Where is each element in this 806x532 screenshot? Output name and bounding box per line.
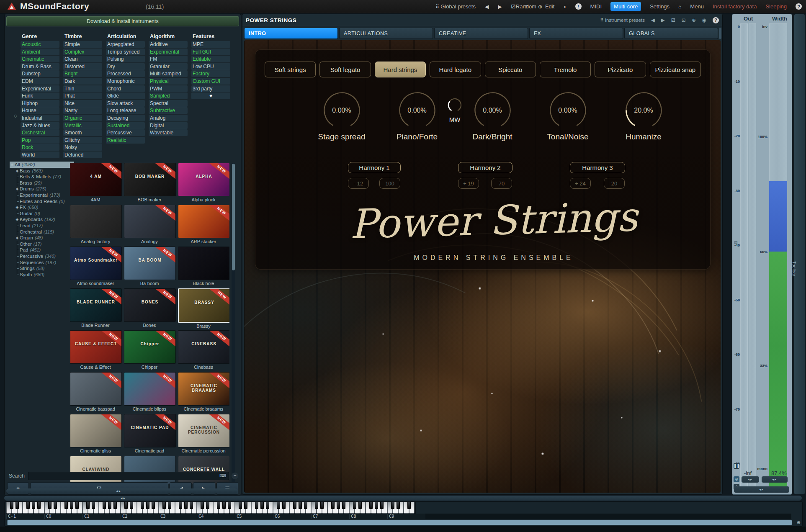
- filter-item[interactable]: Complex: [63, 49, 102, 55]
- tile-artwork[interactable]: CINEBASSNEW: [178, 330, 229, 364]
- tile-artwork[interactable]: BOB MAKERNEW: [124, 163, 176, 196]
- filter-item[interactable]: Chord: [106, 85, 145, 92]
- multicore-toggle[interactable]: Multi-core: [610, 2, 641, 11]
- keyboard-zoom-icon[interactable]: ⊕: [797, 520, 801, 525]
- midi-button[interactable]: MIDI: [590, 3, 602, 10]
- filter-item[interactable]: Orchestral: [21, 129, 59, 136]
- black-key[interactable]: [146, 502, 149, 509]
- menu-button[interactable]: Menu: [690, 3, 704, 10]
- filter-item[interactable]: Phat: [63, 93, 102, 99]
- black-key[interactable]: [201, 502, 204, 509]
- filter-item[interactable]: Additive: [149, 41, 188, 48]
- help-icon[interactable]: ?: [796, 3, 802, 10]
- tab-creative[interactable]: CREATIVE: [434, 28, 528, 39]
- black-key[interactable]: [397, 502, 400, 509]
- black-key[interactable]: [255, 502, 258, 509]
- instrument-tile[interactable]: Analog factory: [70, 205, 121, 245]
- articulation-button[interactable]: Pizzicato snap: [650, 62, 701, 77]
- filter-item[interactable]: FM: [149, 56, 188, 62]
- black-key[interactable]: [64, 502, 68, 509]
- filter-item[interactable]: House: [21, 107, 59, 114]
- tile-artwork[interactable]: NEW: [178, 205, 229, 238]
- black-key[interactable]: [162, 502, 166, 509]
- knob-dial[interactable]: 0.00%: [323, 92, 361, 129]
- black-key[interactable]: [331, 502, 335, 509]
- sleeping-status[interactable]: Sleeping: [765, 3, 787, 10]
- black-key[interactable]: [206, 502, 209, 509]
- instrument-tile[interactable]: 4 AMNEW4AM: [70, 163, 121, 203]
- filter-item[interactable]: Dark: [63, 78, 102, 85]
- black-key[interactable]: [358, 502, 362, 509]
- tree-item[interactable]: Sequences(197): [10, 260, 74, 266]
- filter-item[interactable]: PWM: [149, 85, 188, 92]
- filter-item[interactable]: Industrial: [21, 115, 59, 121]
- favorites-filter-item[interactable]: ♥: [191, 93, 230, 99]
- filter-item[interactable]: Pulsing: [106, 56, 145, 62]
- tree-item[interactable]: Synth(680): [10, 272, 74, 278]
- instrument-tile[interactable]: CINEMATIC PADNEWCinematic pad: [124, 414, 175, 454]
- tree-item[interactable]: Strings(58): [10, 265, 74, 272]
- mod-wheel-dial[interactable]: [442, 98, 467, 114]
- tiles-scrollbar-thumb[interactable]: [232, 164, 235, 270]
- filter-item[interactable]: Noisy: [63, 144, 102, 151]
- keyboard-resize-bar[interactable]: ◂▸: [4, 496, 802, 501]
- out-resize-button[interactable]: ◂▸: [742, 476, 759, 483]
- black-key[interactable]: [184, 502, 188, 509]
- tab-articulations[interactable]: ARTICULATIONS: [339, 28, 433, 39]
- harmony-amount[interactable]: 100: [379, 178, 400, 189]
- black-key[interactable]: [407, 502, 411, 509]
- mod-wheel-knob[interactable]: MW: [442, 98, 467, 123]
- download-install-button[interactable]: Download & Install instruments: [6, 16, 239, 26]
- black-key[interactable]: [124, 502, 128, 509]
- black-key[interactable]: [282, 502, 286, 509]
- knob-dial[interactable]: 0.00%: [399, 92, 436, 129]
- tree-item[interactable]: ◈Organ(48): [10, 235, 74, 241]
- black-key[interactable]: [70, 502, 73, 509]
- filter-item[interactable]: Smooth: [63, 129, 102, 136]
- instrument-tile[interactable]: BONESNEWBones: [124, 288, 175, 329]
- tile-artwork[interactable]: [178, 247, 229, 280]
- knob-stage-spread[interactable]: 0.00%Stage spread: [317, 92, 367, 141]
- tile-artwork[interactable]: BONESNEW: [124, 288, 176, 322]
- tile-artwork[interactable]: NEW: [124, 372, 176, 406]
- tile-artwork[interactable]: NEW: [70, 414, 122, 447]
- tile-artwork[interactable]: Atmo SoundmakerNEW: [70, 247, 122, 280]
- black-key[interactable]: [103, 502, 106, 509]
- black-key[interactable]: [113, 502, 117, 509]
- articulation-button[interactable]: Soft legato: [319, 62, 371, 77]
- filter-item[interactable]: Custom GUI: [191, 78, 230, 85]
- filter-item[interactable]: Dry: [106, 63, 145, 70]
- black-key[interactable]: [37, 502, 41, 509]
- articulation-button[interactable]: Hard legato: [430, 62, 481, 77]
- tile-artwork[interactable]: CINEMATIC PERCUSSIONNEW: [178, 414, 229, 447]
- inst-help-icon[interactable]: ?: [713, 17, 719, 23]
- filter-item[interactable]: Editable: [191, 56, 230, 62]
- knob-tonal-noise[interactable]: 0.00%Tonal/Noise: [543, 92, 593, 141]
- filter-item[interactable]: Glide: [106, 93, 145, 99]
- black-key[interactable]: [130, 502, 133, 509]
- filter-item[interactable]: Long release: [106, 107, 145, 114]
- power-icon[interactable]: ⊙: [734, 476, 739, 482]
- tree-item[interactable]: Orchestral(115): [10, 229, 74, 235]
- inst-add-icon[interactable]: ⊕: [692, 17, 696, 23]
- inst-save-icon[interactable]: ⊡: [682, 17, 686, 23]
- inst-random-icon[interactable]: ⚂: [671, 17, 675, 23]
- tile-artwork[interactable]: NEW: [70, 372, 122, 406]
- tree-expand-icon[interactable]: ◈: [15, 168, 20, 174]
- tree-item[interactable]: Experimental(173): [10, 192, 74, 198]
- filter-item[interactable]: Tempo synced: [106, 49, 145, 55]
- filter-scroll-handle[interactable]: ◇: [14, 113, 17, 118]
- filter-item[interactable]: Jazz & blues: [21, 122, 59, 129]
- black-key[interactable]: [304, 502, 307, 509]
- random-button[interactable]: Random: [516, 3, 536, 10]
- meter-rail-icon[interactable]: ▤: [734, 240, 738, 244]
- tree-item[interactable]: Guitar(0): [10, 211, 74, 217]
- harmony-amount[interactable]: 70: [491, 178, 512, 189]
- filter-item[interactable]: Nasty: [63, 107, 102, 114]
- inst-prev-icon[interactable]: ◀: [651, 17, 655, 23]
- tree-item[interactable]: ◈Keyboards(192): [10, 216, 74, 223]
- filter-item[interactable]: Processed: [106, 70, 145, 77]
- instrument-tile[interactable]: CINEBASSNEWCinebass: [178, 330, 229, 370]
- knob-dark-bright[interactable]: 0.00%Dark/Bright: [467, 92, 518, 141]
- width-resize-button[interactable]: ◂▸: [762, 476, 788, 483]
